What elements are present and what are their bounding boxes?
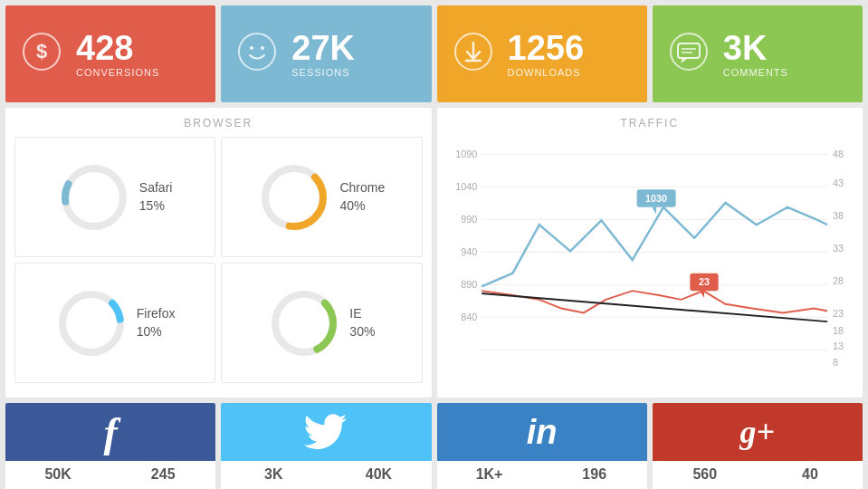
svg-text:48: 48 [832,149,843,159]
facebook-friends-value: 50K [5,466,110,483]
svg-text:1040: 1040 [455,181,477,192]
facebook-feeds: 245 FEEDS [110,466,215,489]
smiley-icon [237,32,277,77]
stat-card-downloads: 1256 DOWNLOADS [437,5,647,102]
comments-number: 3K [723,30,788,68]
browser-item-safari: Safari 15% [14,137,215,257]
googleplus-icon-area: g+ [653,403,863,461]
googleplus-circles-value: 40 [758,466,863,483]
svg-text:840: 840 [461,312,477,322]
dollar-icon: $ [22,32,62,77]
svg-text:23: 23 [832,308,843,319]
linkedin-icon: in [527,413,558,452]
firefox-donut [55,287,128,360]
comment-icon [669,32,709,77]
safari-percent: 15% [139,197,173,216]
svg-text:940: 940 [461,246,477,257]
facebook-friends: 50K FRIENDS [5,466,110,489]
linkedin-feeds: 196 FEEDS [542,466,647,489]
browser-item-ie: IE 30% [221,263,422,383]
googleplus-stats: 560 FOLLOWERS 40 CIRCLES [653,461,863,489]
twitter-tweets: 40K TWEETS [326,466,431,489]
twitter-bird-icon [303,409,348,455]
googleplus-followers: 560 FOLLOWERS [653,466,758,489]
social-row: f 50K FRIENDS 245 FEEDS [5,403,863,489]
linkedin-feeds-value: 196 [542,466,647,483]
facebook-icon-area: f [5,403,215,461]
svg-point-7 [671,34,707,70]
traffic-title: TRAFFIC [446,117,854,129]
svg-point-2 [239,34,275,70]
traffic-chart: 1090 1040 990 940 890 840 48 43 38 33 28… [446,137,854,383]
stat-card-sessions: 27K SESSIONS [221,5,431,102]
firefox-percent: 10% [137,323,176,341]
stats-row: $ 428 CONVERSIONS 27K SESSIONS [5,5,863,102]
svg-text:43: 43 [832,177,843,188]
sessions-label: SESSIONS [291,67,355,78]
download-icon [453,32,493,77]
googleplus-followers-value: 560 [653,466,758,483]
svg-point-4 [261,46,264,50]
traffic-panel: TRAFFIC 1090 1040 990 940 890 840 48 [437,108,863,398]
browser-item-firefox: Firefox 10% [14,263,215,383]
conversions-number: 428 [76,30,159,68]
social-card-linkedin: in 1K+ CONTACTS 196 FEEDS [437,403,647,489]
facebook-icon: f [103,408,117,456]
downloads-number: 1256 [508,30,585,68]
linkedin-icon-area: in [437,403,647,461]
stat-card-comments: 3K COMMENTS [653,5,863,102]
twitter-followers: 3K FOLLOWERS [221,466,326,489]
middle-row: BROWSER Safari 15% [5,108,863,398]
svg-text:38: 38 [832,210,843,221]
browser-item-chrome: Chrome 40% [221,137,422,257]
downloads-label: DOWNLOADS [508,67,585,78]
facebook-feeds-value: 245 [110,466,215,483]
ie-name: IE [349,305,375,323]
ie-percent: 30% [349,323,375,341]
svg-text:$: $ [36,40,47,62]
svg-text:33: 33 [832,243,843,254]
browser-grid: Safari 15% Chrome 40% [14,137,423,383]
comments-label: COMMENTS [723,67,788,78]
safari-name: Safari [139,179,173,197]
chrome-donut [258,161,330,234]
svg-point-11 [65,168,123,226]
svg-text:1030: 1030 [645,193,667,204]
googleplus-circles: 40 CIRCLES [758,466,863,489]
social-card-googleplus: g+ 560 FOLLOWERS 40 CIRCLES [653,403,863,489]
svg-text:23: 23 [698,276,709,287]
svg-text:890: 890 [461,279,477,290]
svg-text:8: 8 [832,357,837,368]
sessions-number: 27K [291,30,355,68]
conversions-label: CONVERSIONS [76,67,159,78]
svg-text:990: 990 [461,214,477,225]
svg-text:13: 13 [832,340,843,351]
social-card-twitter: 3K FOLLOWERS 40K TWEETS [221,403,431,489]
svg-text:18: 18 [832,325,843,336]
svg-marker-44 [652,207,656,215]
svg-rect-8 [678,43,700,58]
svg-text:28: 28 [832,275,843,286]
googleplus-icon: g+ [740,413,776,451]
svg-text:1090: 1090 [455,149,477,159]
twitter-icon-area [221,403,431,461]
twitter-stats: 3K FOLLOWERS 40K TWEETS [221,461,431,489]
safari-donut [58,161,130,234]
dashboard: $ 428 CONVERSIONS 27K SESSIONS [0,0,868,489]
svg-point-3 [250,46,253,50]
linkedin-contacts-value: 1K+ [437,466,542,483]
stat-card-conversions: $ 428 CONVERSIONS [5,5,215,102]
social-card-facebook: f 50K FRIENDS 245 FEEDS [5,403,215,489]
twitter-followers-value: 3K [221,466,326,483]
browser-title: BROWSER [14,117,423,129]
browser-panel: BROWSER Safari 15% [5,108,432,398]
facebook-stats: 50K FRIENDS 245 FEEDS [5,461,215,489]
linkedin-stats: 1K+ CONTACTS 196 FEEDS [437,461,647,489]
ie-donut [268,287,340,360]
twitter-tweets-value: 40K [326,466,431,483]
linkedin-contacts: 1K+ CONTACTS [437,466,542,489]
firefox-name: Firefox [137,305,176,323]
chrome-name: Chrome [339,179,385,197]
chrome-percent: 40% [339,197,385,216]
